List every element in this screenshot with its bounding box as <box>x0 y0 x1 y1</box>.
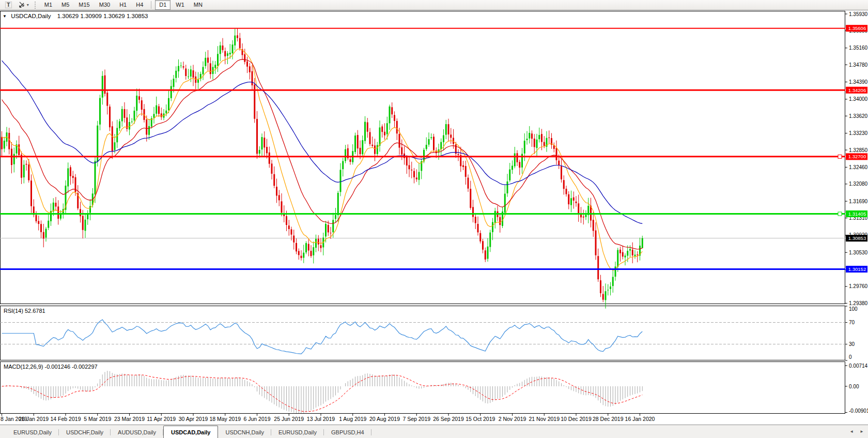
chart-canvas[interactable]: 1.359301.355501.351601.347801.343901.340… <box>0 0 868 438</box>
current-price-badge: 1.30853 <box>846 235 867 241</box>
tab-eurusd-daily[interactable]: EURUSD,Daily <box>6 427 59 438</box>
timeframe-button-h1[interactable]: H1 <box>115 0 131 10</box>
svg-text:30 Apr 2019: 30 Apr 2019 <box>179 416 208 422</box>
toolbar-grip <box>35 2 37 9</box>
svg-text:5 Mar 2019: 5 Mar 2019 <box>84 416 111 422</box>
svg-text:0.00: 0.00 <box>849 384 859 389</box>
svg-text:1.33620: 1.33620 <box>849 113 868 119</box>
tab-usdcad-daily[interactable]: USDCAD,Daily <box>163 426 218 438</box>
svg-text:14 Feb 2019: 14 Feb 2019 <box>51 416 81 422</box>
timeframe-button-w1[interactable]: W1 <box>172 0 189 10</box>
price-badge-1.31405: 1.31405 <box>846 210 867 217</box>
svg-text:1.30853: 1.30853 <box>848 235 866 241</box>
svg-text:30: 30 <box>849 341 855 347</box>
svg-text:10 Dec 2019: 10 Dec 2019 <box>561 416 592 422</box>
tab-scroll-left-icon[interactable]: ◄ <box>849 430 854 434</box>
price-badge-1.35606: 1.35606 <box>846 25 867 32</box>
svg-text:1.32850: 1.32850 <box>849 147 868 153</box>
tab-usdcnh-daily[interactable]: USDCNH,Daily <box>218 427 271 438</box>
tab-scroll-right-icon[interactable]: ► <box>860 430 864 434</box>
chart-tab-bar: EURUSD,DailyUSDCHF,DailyAUDUSD,DailyUSDC… <box>0 425 868 438</box>
chart-panels <box>1 11 845 414</box>
svg-text:1.34206: 1.34206 <box>848 87 866 93</box>
svg-text:7 Sep 2019: 7 Sep 2019 <box>402 416 430 422</box>
timeframe-button-h4[interactable]: H4 <box>132 0 147 10</box>
date-axis: 8 Jan 201926 Jan 201914 Feb 20195 Mar 20… <box>1 414 655 422</box>
tab-eurusd-daily[interactable]: EURUSD,Daily <box>271 427 324 438</box>
svg-text:21 Nov 2019: 21 Nov 2019 <box>529 416 560 422</box>
tab-gbpusd-h4[interactable]: GBPUSD,H4 <box>324 427 371 438</box>
svg-text:1.30530: 1.30530 <box>849 250 868 255</box>
svg-text:1.32460: 1.32460 <box>849 164 868 170</box>
macd-panel[interactable] <box>1 362 845 414</box>
price-badge-1.32700: 1.32700 <box>846 153 867 160</box>
price-badge-1.34206: 1.34206 <box>846 87 867 94</box>
timeframe-button-m30[interactable]: M30 <box>95 0 114 10</box>
svg-text:70: 70 <box>849 320 855 325</box>
svg-text:20 Aug 2019: 20 Aug 2019 <box>369 416 400 422</box>
svg-text:1.34780: 1.34780 <box>849 62 868 68</box>
timeframe-toolbar: M1M5M15M30H1H4D1W1MN <box>40 0 207 10</box>
svg-text:1.34390: 1.34390 <box>849 79 868 85</box>
rsi-indicator-label: RSI(14) 52.6781 <box>4 308 45 314</box>
price-badge-1.30152: 1.30152 <box>846 266 867 273</box>
text-tool-button[interactable]: T <box>3 0 14 10</box>
text-tool-icon: T <box>5 2 12 8</box>
svg-text:26 Sep 2019: 26 Sep 2019 <box>433 416 464 422</box>
tab-audusd-daily[interactable]: AUDUSD,Daily <box>111 427 163 438</box>
svg-text:1.34000: 1.34000 <box>849 96 868 102</box>
svg-text:1.31405: 1.31405 <box>848 211 866 217</box>
svg-text:1.33230: 1.33230 <box>849 130 868 136</box>
svg-text:23 Mar 2019: 23 Mar 2019 <box>114 416 145 422</box>
ohlc-values: 1.30629 1.30909 1.30629 1.30853 <box>57 13 148 19</box>
chart-header: ▼ USDCAD,Daily 1.30629 1.30909 1.30629 1… <box>3 13 148 19</box>
dropdown-caret-icon: ▾ <box>27 3 29 7</box>
svg-text:18 May 2019: 18 May 2019 <box>209 416 241 422</box>
symbol-label: USDCAD,Daily <box>11 13 51 19</box>
svg-text:26 Jan 2019: 26 Jan 2019 <box>19 416 49 422</box>
hline-handle[interactable] <box>838 212 842 216</box>
svg-text:0.00714: 0.00714 <box>849 363 868 369</box>
svg-text:1.29380: 1.29380 <box>849 300 868 306</box>
tabs-holder: EURUSD,DailyUSDCHF,DailyAUDUSD,DailyUSDC… <box>6 425 371 438</box>
svg-text:-0.009015: -0.009015 <box>849 408 868 414</box>
svg-text:11 Apr 2019: 11 Apr 2019 <box>147 416 176 422</box>
hline-handle[interactable] <box>838 155 842 158</box>
svg-text:1.32700: 1.32700 <box>848 154 866 159</box>
svg-text:13 Jul 2019: 13 Jul 2019 <box>307 416 335 422</box>
svg-text:16 Jan 2020: 16 Jan 2020 <box>625 416 655 422</box>
main-plot-area[interactable] <box>1 11 845 304</box>
svg-text:2 Nov 2019: 2 Nov 2019 <box>499 416 526 422</box>
tab-usdchf-daily[interactable]: USDCHF,Daily <box>59 427 111 438</box>
timeframe-button-m15[interactable]: M15 <box>74 0 94 10</box>
macd-indicator-label: MACD(12,26,9) -0.001246 -0.002297 <box>4 364 98 370</box>
svg-text:25 Jun 2019: 25 Jun 2019 <box>274 416 304 422</box>
timeframe-button-d1[interactable]: D1 <box>155 0 171 10</box>
svg-text:1.35160: 1.35160 <box>849 45 868 51</box>
svg-text:1.30152: 1.30152 <box>848 266 866 272</box>
tab-scroll-controls: ◄ ► <box>849 425 864 438</box>
crosshair-arrows-icon <box>18 2 25 8</box>
svg-text:0: 0 <box>849 354 852 360</box>
toolbar: T ▾ M1M5M15M30H1H4D1W1MN <box>0 0 868 10</box>
svg-text:1 Aug 2019: 1 Aug 2019 <box>339 416 366 422</box>
svg-text:6 Jun 2019: 6 Jun 2019 <box>244 416 271 422</box>
svg-text:1.35606: 1.35606 <box>848 25 866 31</box>
toolbar-divider <box>151 1 151 9</box>
cursor-mode-button[interactable]: ▾ <box>16 0 32 10</box>
timeframe-button-m1[interactable]: M1 <box>40 0 56 10</box>
svg-text:15 Oct 2019: 15 Oct 2019 <box>466 416 495 422</box>
svg-text:1.35930: 1.35930 <box>849 11 868 17</box>
timeframe-button-mn[interactable]: MN <box>190 0 207 10</box>
timeframe-button-m5[interactable]: M5 <box>57 0 73 10</box>
svg-text:1.31690: 1.31690 <box>849 199 868 204</box>
svg-text:1.32080: 1.32080 <box>849 181 868 187</box>
svg-text:1.29760: 1.29760 <box>849 283 868 289</box>
symbol-dropdown-caret-icon[interactable]: ▼ <box>3 14 7 19</box>
svg-text:100: 100 <box>849 306 858 312</box>
svg-text:28 Dec 2019: 28 Dec 2019 <box>593 416 624 422</box>
